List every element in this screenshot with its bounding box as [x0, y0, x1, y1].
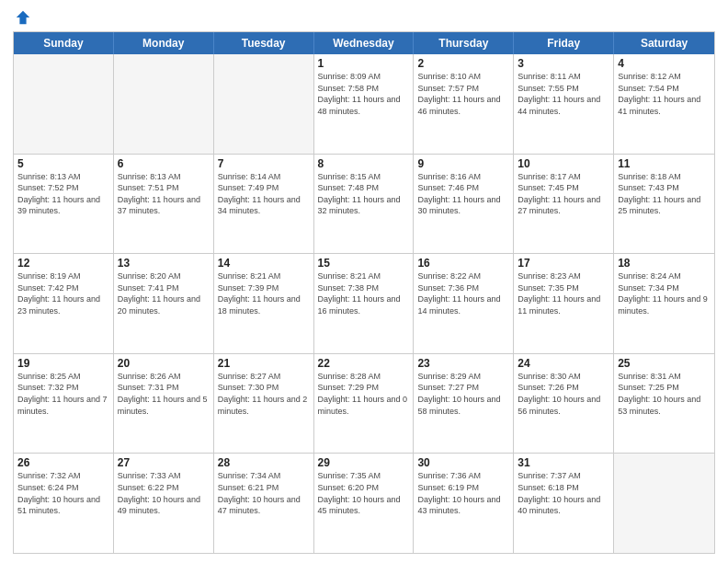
day-number: 29 — [318, 456, 410, 469]
day-number: 22 — [318, 357, 410, 370]
day-number: 13 — [118, 257, 210, 270]
day-info: Sunrise: 8:09 AM Sunset: 7:58 PM Dayligh… — [318, 71, 410, 117]
day-cell-30: 30Sunrise: 7:36 AM Sunset: 6:19 PM Dayli… — [414, 454, 514, 553]
day-number: 15 — [318, 257, 410, 270]
calendar-header: SundayMondayTuesdayWednesdayThursdayFrid… — [14, 32, 714, 54]
day-number: 1 — [318, 57, 410, 70]
day-cell-23: 23Sunrise: 8:29 AM Sunset: 7:27 PM Dayli… — [414, 354, 514, 454]
week-row-3: 12Sunrise: 8:19 AM Sunset: 7:42 PM Dayli… — [14, 253, 714, 353]
day-cell-7: 7Sunrise: 8:14 AM Sunset: 7:49 PM Daylig… — [214, 155, 314, 254]
header-day-saturday: Saturday — [614, 32, 714, 54]
empty-cell — [214, 54, 314, 154]
header — [13, 9, 715, 26]
week-row-1: 1Sunrise: 8:09 AM Sunset: 7:58 PM Daylig… — [14, 54, 714, 154]
header-day-monday: Monday — [114, 32, 214, 54]
day-number: 25 — [618, 357, 711, 370]
day-info: Sunrise: 8:13 AM Sunset: 7:51 PM Dayligh… — [118, 171, 210, 217]
day-number: 30 — [417, 456, 509, 469]
page: SundayMondayTuesdayWednesdayThursdayFrid… — [0, 0, 728, 563]
header-day-sunday: Sunday — [14, 32, 114, 54]
day-number: 27 — [118, 456, 210, 469]
day-number: 10 — [518, 157, 609, 170]
day-cell-25: 25Sunrise: 8:31 AM Sunset: 7:25 PM Dayli… — [614, 354, 714, 454]
day-cell-11: 11Sunrise: 8:18 AM Sunset: 7:43 PM Dayli… — [614, 155, 714, 254]
day-number: 3 — [518, 57, 609, 70]
day-cell-9: 9Sunrise: 8:16 AM Sunset: 7:46 PM Daylig… — [414, 155, 514, 254]
header-day-friday: Friday — [514, 32, 614, 54]
day-info: Sunrise: 7:37 AM Sunset: 6:18 PM Dayligh… — [518, 470, 609, 516]
day-info: Sunrise: 8:24 AM Sunset: 7:34 PM Dayligh… — [618, 270, 711, 316]
day-info: Sunrise: 7:32 AM Sunset: 6:24 PM Dayligh… — [17, 470, 109, 516]
day-number: 16 — [417, 257, 509, 270]
day-number: 18 — [618, 257, 711, 270]
day-info: Sunrise: 8:20 AM Sunset: 7:41 PM Dayligh… — [118, 270, 210, 316]
day-number: 17 — [518, 257, 609, 270]
day-cell-14: 14Sunrise: 8:21 AM Sunset: 7:39 PM Dayli… — [214, 254, 314, 353]
day-info: Sunrise: 8:25 AM Sunset: 7:32 PM Dayligh… — [17, 371, 109, 417]
logo — [13, 9, 31, 26]
day-info: Sunrise: 8:18 AM Sunset: 7:43 PM Dayligh… — [618, 171, 711, 217]
day-cell-29: 29Sunrise: 7:35 AM Sunset: 6:20 PM Dayli… — [314, 454, 415, 553]
day-number: 26 — [17, 456, 109, 469]
day-number: 21 — [218, 357, 310, 370]
day-cell-24: 24Sunrise: 8:30 AM Sunset: 7:26 PM Dayli… — [514, 354, 614, 454]
day-cell-19: 19Sunrise: 8:25 AM Sunset: 7:32 PM Dayli… — [14, 354, 114, 454]
day-info: Sunrise: 8:22 AM Sunset: 7:36 PM Dayligh… — [417, 270, 509, 316]
day-info: Sunrise: 8:17 AM Sunset: 7:45 PM Dayligh… — [518, 171, 609, 217]
day-info: Sunrise: 8:16 AM Sunset: 7:46 PM Dayligh… — [417, 171, 509, 217]
day-cell-21: 21Sunrise: 8:27 AM Sunset: 7:30 PM Dayli… — [214, 354, 314, 454]
day-cell-16: 16Sunrise: 8:22 AM Sunset: 7:36 PM Dayli… — [414, 254, 514, 353]
day-cell-4: 4Sunrise: 8:12 AM Sunset: 7:54 PM Daylig… — [614, 54, 714, 154]
day-cell-6: 6Sunrise: 8:13 AM Sunset: 7:51 PM Daylig… — [114, 155, 214, 254]
day-number: 19 — [17, 357, 109, 370]
day-info: Sunrise: 7:34 AM Sunset: 6:21 PM Dayligh… — [218, 470, 310, 516]
day-cell-8: 8Sunrise: 8:15 AM Sunset: 7:48 PM Daylig… — [314, 155, 415, 254]
day-cell-2: 2Sunrise: 8:10 AM Sunset: 7:57 PM Daylig… — [414, 54, 514, 154]
day-info: Sunrise: 8:10 AM Sunset: 7:57 PM Dayligh… — [417, 71, 509, 117]
day-number: 20 — [118, 357, 210, 370]
day-info: Sunrise: 8:12 AM Sunset: 7:54 PM Dayligh… — [618, 71, 711, 117]
day-info: Sunrise: 8:15 AM Sunset: 7:48 PM Dayligh… — [318, 171, 410, 217]
day-cell-12: 12Sunrise: 8:19 AM Sunset: 7:42 PM Dayli… — [14, 254, 114, 353]
day-info: Sunrise: 8:21 AM Sunset: 7:38 PM Dayligh… — [318, 270, 410, 316]
empty-cell — [614, 454, 714, 553]
logo-icon — [15, 9, 31, 26]
day-number: 14 — [218, 257, 310, 270]
day-info: Sunrise: 8:19 AM Sunset: 7:42 PM Dayligh… — [17, 270, 109, 316]
day-info: Sunrise: 7:35 AM Sunset: 6:20 PM Dayligh… — [318, 470, 410, 516]
day-number: 31 — [518, 456, 609, 469]
day-number: 23 — [417, 357, 509, 370]
week-row-4: 19Sunrise: 8:25 AM Sunset: 7:32 PM Dayli… — [14, 353, 714, 454]
day-number: 24 — [518, 357, 609, 370]
day-cell-15: 15Sunrise: 8:21 AM Sunset: 7:38 PM Dayli… — [314, 254, 415, 353]
day-info: Sunrise: 8:30 AM Sunset: 7:26 PM Dayligh… — [518, 371, 609, 417]
day-number: 4 — [618, 57, 711, 70]
day-cell-18: 18Sunrise: 8:24 AM Sunset: 7:34 PM Dayli… — [614, 254, 714, 353]
day-cell-1: 1Sunrise: 8:09 AM Sunset: 7:58 PM Daylig… — [314, 54, 415, 154]
day-number: 28 — [218, 456, 310, 469]
empty-cell — [14, 54, 114, 154]
day-number: 8 — [318, 157, 410, 170]
day-info: Sunrise: 8:28 AM Sunset: 7:29 PM Dayligh… — [318, 371, 410, 417]
day-number: 7 — [218, 157, 310, 170]
day-number: 9 — [417, 157, 509, 170]
day-info: Sunrise: 8:27 AM Sunset: 7:30 PM Dayligh… — [218, 371, 310, 417]
day-info: Sunrise: 8:26 AM Sunset: 7:31 PM Dayligh… — [118, 371, 210, 417]
week-row-2: 5Sunrise: 8:13 AM Sunset: 7:52 PM Daylig… — [14, 154, 714, 254]
week-row-5: 26Sunrise: 7:32 AM Sunset: 6:24 PM Dayli… — [14, 453, 714, 553]
day-cell-27: 27Sunrise: 7:33 AM Sunset: 6:22 PM Dayli… — [114, 454, 214, 553]
header-day-wednesday: Wednesday — [314, 32, 415, 54]
day-info: Sunrise: 8:13 AM Sunset: 7:52 PM Dayligh… — [17, 171, 109, 217]
day-number: 11 — [618, 157, 711, 170]
day-number: 2 — [417, 57, 509, 70]
day-number: 5 — [17, 157, 109, 170]
day-info: Sunrise: 8:23 AM Sunset: 7:35 PM Dayligh… — [518, 270, 609, 316]
day-cell-31: 31Sunrise: 7:37 AM Sunset: 6:18 PM Dayli… — [514, 454, 614, 553]
day-info: Sunrise: 7:33 AM Sunset: 6:22 PM Dayligh… — [118, 470, 210, 516]
day-cell-17: 17Sunrise: 8:23 AM Sunset: 7:35 PM Dayli… — [514, 254, 614, 353]
header-day-tuesday: Tuesday — [214, 32, 314, 54]
day-number: 6 — [118, 157, 210, 170]
day-cell-22: 22Sunrise: 8:28 AM Sunset: 7:29 PM Dayli… — [314, 354, 415, 454]
day-number: 12 — [17, 257, 109, 270]
day-info: Sunrise: 8:31 AM Sunset: 7:25 PM Dayligh… — [618, 371, 711, 417]
